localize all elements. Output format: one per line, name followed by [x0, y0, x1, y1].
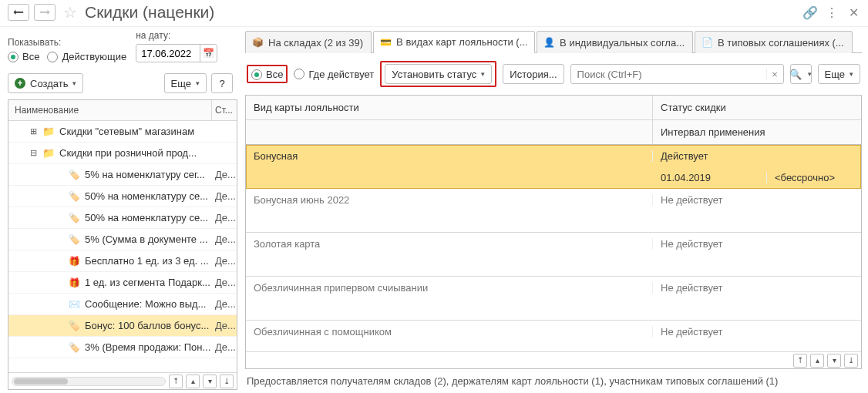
tree-row[interactable]: 🎁1 ед. из сегмента Подарк...Де... [8, 272, 237, 294]
card-row[interactable]: Обезличинная с помощникомНе действует [246, 321, 861, 351]
left-col-name-header[interactable]: Наименование [8, 100, 212, 120]
link-icon[interactable]: 🔗 [802, 5, 819, 20]
tree-row[interactable]: 🏷️5% (Сумма в документе ...Де... [8, 229, 237, 250]
tab-label: На складах (2 из 39) [268, 37, 363, 49]
card-date-from: 01.04.2019 [653, 172, 767, 183]
tree-row-label: Скидки при розничной прод... [59, 147, 197, 159]
date-label: на дату: [136, 30, 217, 41]
help-label: ? [219, 78, 224, 89]
tree-row[interactable]: ⊞📁Скидки "сетевым" магазинам [8, 121, 237, 143]
scroll-bottom-button[interactable]: ⤓ [844, 354, 858, 368]
scroll-bottom-button[interactable]: ⤓ [220, 375, 234, 388]
card-status: Действует [653, 150, 861, 162]
tree-row[interactable]: 🏷️50% на номенклатуру се...Де... [8, 186, 237, 207]
plus-icon: + [15, 78, 25, 89]
chevron-down-icon: ▾ [196, 79, 200, 87]
history-button[interactable]: История... [503, 64, 564, 84]
discount-icon: 🏷️ [69, 170, 80, 180]
folder-icon: 📁 [42, 126, 55, 137]
tree-row-label: 3% (Время продажи: Пон... [85, 341, 210, 353]
card-row[interactable]: Золотая картаНе действует [246, 233, 861, 277]
card-row[interactable]: БонуснаяДействует01.04.2019<бессрочно> [246, 145, 861, 189]
tab[interactable]: 👤В индивидуальных согла... [537, 31, 693, 53]
tab-label: В видах карт лояльности (... [396, 36, 527, 48]
scroll-up-button[interactable]: ▴ [186, 375, 200, 388]
discount-icon: 🏷️ [69, 213, 80, 223]
left-scrollbar[interactable] [12, 377, 166, 386]
card-name: Обезличинная с помощником [246, 326, 653, 338]
clear-search-button[interactable]: × [766, 69, 783, 80]
card-status: Не действует [653, 194, 861, 206]
scroll-top-button[interactable]: ⤒ [169, 375, 183, 388]
calendar-icon[interactable]: 📅 [200, 45, 217, 62]
nav-back-button[interactable]: 🠔 [8, 4, 29, 21]
tree-row-label: 50% на номенклатуру се... [85, 212, 208, 223]
tree-row-status: Де... [212, 320, 237, 331]
help-button[interactable]: ? [211, 73, 233, 93]
show-label: Показывать: [8, 37, 126, 48]
scroll-down-button[interactable]: ▾ [827, 354, 841, 368]
message-icon: ✉️ [69, 299, 80, 310]
tree-row-label: Сообщение: Можно выд... [85, 298, 206, 310]
tab[interactable]: 📄В типовых соглашениях (... [695, 31, 853, 53]
tab[interactable]: 📦На складах (2 из 39) [245, 31, 372, 53]
tree-row-status: Де... [212, 255, 237, 267]
right-all-radio[interactable]: Все [251, 69, 283, 80]
show-all-radio[interactable]: Все [8, 51, 39, 62]
scroll-down-button[interactable]: ▾ [203, 375, 217, 388]
col-status-header[interactable]: Статус скидки [653, 96, 861, 119]
tree-row[interactable]: 🏷️Бонус: 100 баллов бонус...Де... [8, 315, 237, 337]
right-where-radio[interactable]: Где действует [294, 69, 374, 80]
tree-row-status: Де... [212, 212, 237, 223]
show-active-radio[interactable]: Действующие [47, 51, 126, 62]
tree-row-status: Де... [212, 277, 237, 288]
tree-row[interactable]: 🏷️50% на номенклатуру се...Де... [8, 207, 237, 229]
history-label: История... [510, 69, 557, 80]
search-button[interactable]: 🔍 ▾ [790, 64, 812, 84]
card-row[interactable]: Обезличинная припервом счиыванииНе дейст… [246, 277, 861, 321]
set-status-button[interactable]: Установить статус ▾ [385, 64, 492, 84]
tree-row[interactable]: ⊟📁Скидки при розничной прод... [8, 143, 237, 164]
nav-forward-button[interactable]: 🠖 [34, 4, 56, 21]
right-all-label: Все [266, 69, 283, 80]
right-more-button[interactable]: Еще ▾ [818, 64, 860, 84]
tree-row[interactable]: 🏷️3% (Время продажи: Пон...Де... [8, 337, 237, 358]
card-row[interactable]: Бонусная июнь 2022Не действует [246, 189, 861, 233]
col-card-type-header[interactable]: Вид карты лояльности [246, 96, 653, 119]
gift-icon: 🎁 [69, 277, 80, 288]
scroll-top-button[interactable]: ⤒ [793, 354, 807, 368]
col-interval-header[interactable]: Интервал применения [653, 120, 861, 144]
favorite-star-icon[interactable]: ☆ [63, 3, 77, 22]
left-col-status-header[interactable]: Ст... [212, 100, 237, 120]
left-more-button[interactable]: Еще ▾ [164, 73, 207, 93]
card-status: Не действует [653, 238, 861, 250]
tab-icon: 👤 [543, 37, 555, 48]
collapse-icon[interactable]: ⊟ [29, 148, 38, 158]
left-more-label: Еще [171, 78, 191, 89]
tree-row-status: Де... [212, 341, 237, 353]
create-button[interactable]: + Создать ▾ [8, 73, 83, 93]
tree-row-label: 5% на номенклатуру сег... [85, 169, 205, 180]
tab-icon: 💳 [380, 37, 392, 48]
tree-row-label: 5% (Сумма в документе ... [85, 233, 208, 245]
radio-icon [251, 69, 262, 80]
tree-row-label: 50% на номенклатуру се... [85, 190, 208, 202]
card-status: Не действует [653, 282, 861, 294]
tab[interactable]: 💳В видах карт лояльности (... [373, 31, 535, 53]
right-more-label: Еще [825, 69, 845, 80]
expand-icon[interactable]: ⊞ [29, 126, 38, 136]
tree-row[interactable]: 🎁Бесплатно 1 ед. из 3 ед. ...Де... [8, 250, 237, 272]
tree-row[interactable]: ✉️Сообщение: Можно выд...Де... [8, 294, 237, 315]
tab-label: В индивидуальных согла... [560, 37, 685, 49]
kebab-menu-icon[interactable]: ⋮ [823, 5, 840, 20]
tree-row[interactable]: 🏷️5% на номенклатуру сег...Де... [8, 164, 237, 186]
close-icon[interactable]: ✕ [845, 5, 862, 20]
search-input[interactable] [571, 69, 766, 80]
discount-icon: 🏷️ [69, 342, 80, 353]
gift-icon: 🎁 [69, 256, 80, 267]
scroll-up-button[interactable]: ▴ [810, 354, 824, 368]
tree-row-label: Бесплатно 1 ед. из 3 ед. ... [85, 255, 209, 267]
page-title: Скидки (наценки) [85, 3, 214, 22]
tree-row-label: 1 ед. из сегмента Подарк... [85, 277, 210, 288]
date-input[interactable] [136, 48, 200, 59]
